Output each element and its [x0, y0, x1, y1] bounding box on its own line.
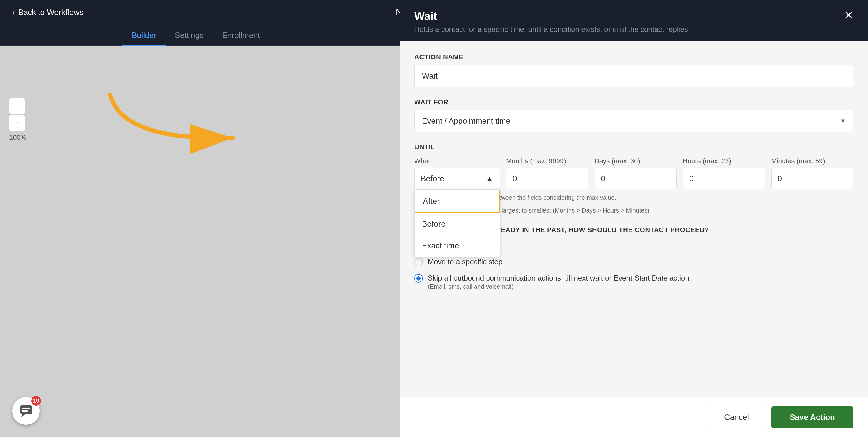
minutes-column: Minutes (max: 59) — [771, 157, 854, 189]
radio-circle-skip-outbound — [414, 274, 423, 283]
tab-settings[interactable]: Settings — [166, 26, 213, 46]
save-action-button[interactable]: Save Action — [771, 406, 853, 428]
radio-circle-move-specific — [414, 258, 423, 267]
svg-marker-2 — [21, 414, 25, 417]
when-option-after[interactable]: After — [414, 190, 500, 213]
radio-label-skip-outbound-wrapper: Skip all outbound communication actions,… — [428, 273, 691, 290]
when-option-exact[interactable]: Exact time — [414, 235, 500, 257]
zoom-out-button[interactable]: − — [9, 115, 25, 131]
when-option-before[interactable]: Before — [414, 213, 500, 235]
panel-footer: Cancel Save Action — [400, 397, 868, 437]
months-input[interactable] — [506, 168, 588, 189]
when-selected-value: Before — [421, 174, 444, 183]
wait-for-select[interactable]: Event / Appointment time — [414, 110, 853, 132]
panel-title: Wait — [414, 10, 688, 23]
panel-body: ACTION NAME WAIT FOR Event / Appointment… — [400, 41, 868, 397]
action-name-label: ACTION NAME — [414, 53, 853, 61]
hours-column: Hours (max: 23) — [683, 157, 765, 189]
radio-label-skip-outbound: Skip all outbound communication actions,… — [428, 273, 691, 283]
months-col-label: Months (max: 9999) — [506, 157, 588, 165]
minutes-col-label: Minutes (max: 59) — [771, 157, 854, 165]
hours-input[interactable] — [683, 168, 765, 189]
close-button[interactable]: ✕ — [844, 10, 853, 21]
radio-label-move-specific: Move to a specific step — [428, 257, 502, 267]
until-label: UNTIL — [414, 143, 853, 151]
when-select[interactable]: Before ▲ — [414, 168, 500, 189]
svg-rect-1 — [20, 405, 32, 414]
when-chevron-icon: ▲ — [486, 174, 494, 183]
back-label: Back to Workflows — [18, 8, 83, 17]
wait-for-group: WAIT FOR Event / Appointment time — [414, 98, 853, 132]
tab-builder[interactable]: Builder — [122, 26, 166, 46]
zoom-percent: 100% — [9, 133, 26, 142]
wait-for-label: WAIT FOR — [414, 98, 853, 106]
until-grid: When Before ▲ After Before Exact time — [414, 157, 853, 189]
days-column: Days (max: 30) — [595, 157, 677, 189]
hours-col-label: Hours (max: 23) — [683, 157, 765, 165]
action-name-input[interactable] — [414, 65, 853, 87]
svg-rect-4 — [22, 410, 28, 412]
chat-icon-button[interactable]: 19 — [12, 397, 40, 425]
wait-for-select-wrapper: Event / Appointment time — [414, 110, 853, 132]
back-to-workflows-button[interactable]: ‹ Back to Workflows — [12, 7, 84, 17]
svg-rect-3 — [22, 408, 30, 409]
panel-subtitle: Holds a contact for a specific time, unt… — [414, 25, 688, 34]
zoom-in-button[interactable]: + — [9, 98, 25, 114]
chat-bubble-icon — [19, 404, 33, 418]
when-wrapper: Before ▲ After Before Exact time — [414, 168, 500, 189]
when-dropdown: After Before Exact time — [414, 189, 500, 257]
cancel-button[interactable]: Cancel — [709, 406, 764, 429]
until-section: UNTIL When Before ▲ After Before — [414, 143, 853, 215]
minutes-input[interactable] — [771, 168, 854, 189]
days-input[interactable] — [595, 168, 677, 189]
zoom-controls: + − 100% — [9, 98, 26, 142]
days-col-label: Days (max: 30) — [595, 157, 677, 165]
months-column: Months (max: 9999) — [506, 157, 588, 189]
when-col-label: When — [414, 157, 500, 165]
radio-item-move-specific[interactable]: Move to a specific step — [414, 257, 853, 267]
radio-sublabel-skip-outbound: (Email, sms, call and voicemail) — [428, 283, 691, 290]
radio-item-skip-outbound[interactable]: Skip all outbound communication actions,… — [414, 273, 853, 290]
chat-badge: 19 — [31, 396, 41, 406]
action-name-group: ACTION NAME — [414, 53, 853, 87]
side-panel: Wait Holds a contact for a specific time… — [400, 0, 868, 437]
panel-header: Wait Holds a contact for a specific time… — [400, 0, 868, 41]
chat-widget: 19 — [12, 397, 40, 425]
when-column: When Before ▲ After Before Exact time — [414, 157, 500, 189]
tab-enrollment[interactable]: Enrollment — [213, 26, 269, 46]
back-arrow-icon: ‹ — [12, 7, 15, 17]
